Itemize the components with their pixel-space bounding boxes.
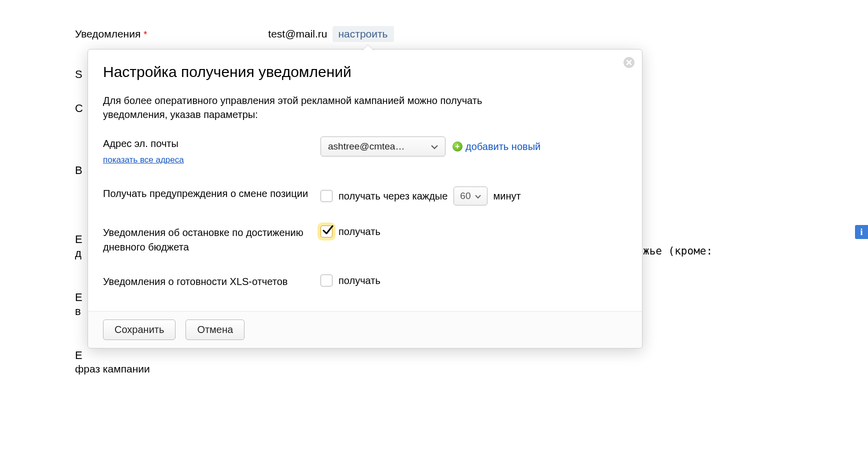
position-label: Получать предупреждения о смене позиции (103, 186, 320, 201)
bg-phrase-line: фраз кампании (75, 363, 150, 375)
xls-row: Уведомления о готовности XLS-отчетов пол… (103, 274, 627, 289)
xls-label: Уведомления о готовности XLS-отчетов (103, 274, 320, 289)
configure-button[interactable]: настроить (332, 26, 394, 42)
budget-label: Уведомления об остановке по достижению д… (103, 226, 320, 254)
email-select[interactable]: ashtree@cmtea… (320, 136, 446, 156)
position-row: Получать предупреждения о смене позиции … (103, 186, 627, 206)
notifications-settings-popover: Настройка получения уведомлений Для боле… (88, 49, 642, 348)
bg-letter: д (75, 247, 82, 260)
interval-select[interactable]: 60 (454, 186, 487, 206)
popover-footer: Сохранить Отмена (88, 311, 642, 348)
chevron-down-icon (431, 141, 438, 152)
add-new-email-link[interactable]: + добавить новый (452, 141, 540, 152)
bg-letter: Е (75, 349, 82, 362)
interval-unit: минут (494, 190, 521, 202)
bg-letter: C (75, 102, 83, 115)
email-label: Адрес эл. почты (103, 136, 320, 151)
budget-row: Уведомления об остановке по достижению д… (103, 226, 627, 254)
xls-checkbox-label: получать (338, 275, 380, 286)
notifications-email: test@mail.ru (268, 28, 327, 40)
popover-arrow (362, 44, 374, 50)
plus-icon: + (452, 142, 462, 152)
bg-letter: в (75, 305, 81, 318)
show-all-addresses-link[interactable]: показать все адреса (103, 154, 184, 166)
bg-letter: Е (75, 233, 82, 246)
close-icon[interactable] (623, 56, 635, 68)
cancel-button[interactable]: Отмена (186, 320, 244, 340)
position-checkbox-label: получать через каждые (338, 190, 448, 202)
interval-value: 60 (460, 190, 470, 202)
info-tab[interactable]: i (855, 225, 868, 239)
bg-letter: Е (75, 291, 82, 304)
email-select-value: ashtree@cmtea… (328, 141, 404, 152)
info-icon: i (860, 227, 862, 238)
chevron-down-icon (475, 190, 481, 202)
position-checkbox[interactable] (320, 190, 332, 202)
budget-checkbox[interactable] (320, 226, 332, 238)
xls-checkbox[interactable] (320, 274, 332, 286)
add-new-email-label: добавить новый (466, 141, 540, 152)
popover-title: Настройка получения уведомлений (103, 64, 627, 80)
budget-checkbox-label: получать (338, 226, 380, 238)
email-row: Адрес эл. почты показать все адреса asht… (103, 136, 627, 166)
required-asterisk: * (144, 30, 147, 40)
bg-letter: S (75, 68, 82, 81)
popover-description: Для более оперативного управления этой р… (103, 94, 538, 122)
notifications-label: Уведомления (75, 28, 140, 40)
bg-letter: В (75, 164, 82, 177)
bg-right-tail: жье (кроме: (643, 245, 712, 257)
save-button[interactable]: Сохранить (103, 320, 176, 340)
